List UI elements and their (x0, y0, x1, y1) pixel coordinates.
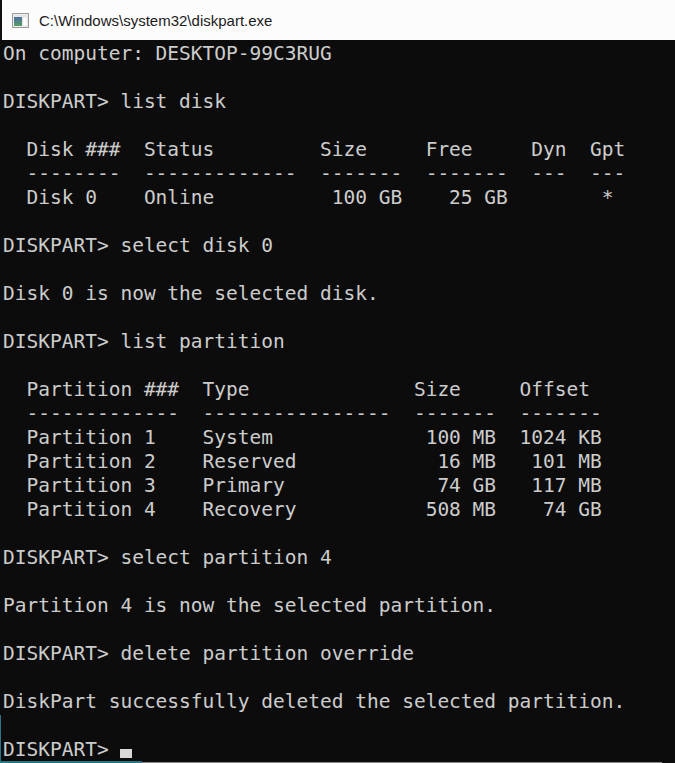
text-cursor (120, 749, 132, 758)
console-screen[interactable]: On computer: DESKTOP-99C3RUG DISKPART> l… (0, 40, 675, 763)
window-title: C:\Windows\system32\diskpart.exe (39, 12, 272, 29)
console-window: C:\Windows\system32\diskpart.exe On comp… (0, 0, 675, 763)
console-text: On computer: DESKTOP-99C3RUG DISKPART> l… (3, 42, 625, 761)
window-border-accent-left (0, 715, 1, 763)
console-output: On computer: DESKTOP-99C3RUG DISKPART> l… (0, 40, 675, 762)
window-titlebar[interactable]: C:\Windows\system32\diskpart.exe (0, 0, 675, 40)
console-window-icon[interactable] (12, 13, 29, 28)
